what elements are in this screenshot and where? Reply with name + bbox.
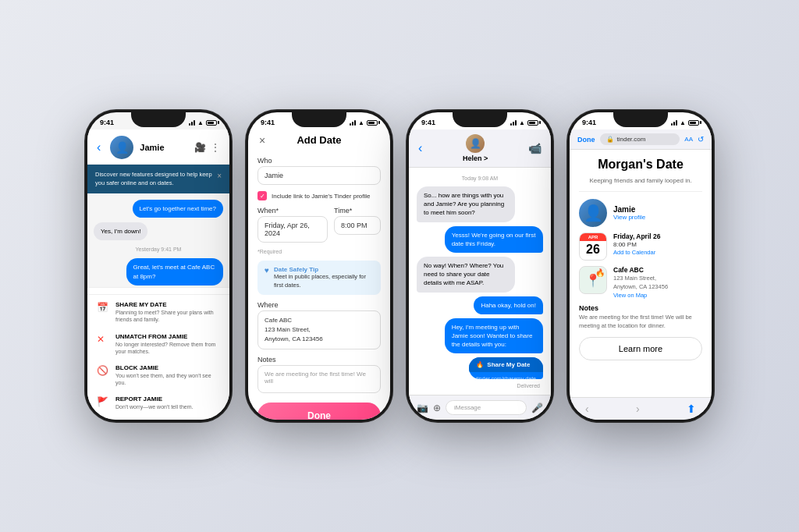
time-3: 9:41 xyxy=(421,119,435,126)
msg-bubble: Let's go together next time? xyxy=(133,200,223,218)
refresh-icon[interactable]: ↺ xyxy=(698,135,704,144)
url-text: tinder.com xyxy=(617,136,646,143)
view-profile-link[interactable]: View profile xyxy=(613,214,645,221)
aa-button[interactable]: AA xyxy=(684,136,693,143)
report-menu-item[interactable]: 🚩 REPORT JAMIE Don't worry—we won't tell… xyxy=(87,391,229,415)
when-input[interactable]: Friday, Apr 26, 2024 xyxy=(257,216,328,243)
contact-name[interactable]: Helen > xyxy=(463,154,488,162)
imessage-input[interactable]: iMessage xyxy=(446,400,527,415)
action-menu: 📅 SHARE MY DATE Planning to meet? Share … xyxy=(87,287,229,420)
date-time: 8:00 PM xyxy=(613,241,660,248)
phone-2-add-date: 9:41 ▲ × Add Date Who Jamie ✓ Includ xyxy=(246,110,392,422)
block-title: BLOCK JAMIE xyxy=(115,364,220,371)
date-time-row: When* Friday, Apr 26, 2024 Time* 8:00 PM xyxy=(257,207,381,243)
msg-bubble: Hey, I'm meeting up with Jamie soon! Wan… xyxy=(445,318,543,354)
phone-notch xyxy=(292,110,346,127)
share-card-tinder-icon: 🔥 xyxy=(476,361,484,368)
learn-more-button[interactable]: Learn more xyxy=(579,337,702,360)
divider xyxy=(579,191,702,192)
notes-input[interactable]: We are meeting for the first time! We wi… xyxy=(257,365,381,393)
avatar-silhouette: 👤 xyxy=(466,134,485,153)
share-date-menu-item[interactable]: 📅 SHARE MY DATE Planning to meet? Share … xyxy=(87,296,229,328)
checkbox-icon[interactable]: ✓ xyxy=(257,191,267,200)
date-detail: Friday, April 26 xyxy=(613,232,660,240)
forward-nav-icon[interactable]: › xyxy=(636,403,640,415)
share-icon[interactable]: ⬆ xyxy=(687,403,696,415)
report-title: REPORT JAMIE xyxy=(115,395,194,403)
mic-icon[interactable]: 🎤 xyxy=(531,403,543,413)
back-arrow-icon[interactable]: ‹ xyxy=(418,141,422,155)
phone-notch xyxy=(131,110,186,127)
banner-text: Discover new features designed to help k… xyxy=(95,171,212,187)
time-input[interactable]: 8:00 PM xyxy=(334,216,381,235)
battery-icon xyxy=(367,120,378,126)
camera-icon[interactable]: 📷 xyxy=(417,403,428,413)
back-arrow-icon[interactable]: ‹ xyxy=(97,140,101,154)
date-info: Friday, April 26 8:00 PM Add to Calendar xyxy=(613,232,660,256)
status-icons-3: ▲ xyxy=(510,119,538,126)
include-link-row[interactable]: ✓ Include link to Jamie's Tinder profile xyxy=(257,191,381,200)
when-label: When* xyxy=(257,207,328,215)
add-to-calendar-link[interactable]: Add to Calendar xyxy=(613,249,660,256)
msg-bubble: Great, let's meet at Cafe ABC at 8pm? xyxy=(126,258,224,285)
contact-avatar: 👤 xyxy=(466,134,485,153)
facetime-icon[interactable]: 📹 xyxy=(528,142,542,154)
banner-close-button[interactable]: × xyxy=(217,171,222,182)
calendar-month: APR xyxy=(580,233,606,241)
time-2: 9:41 xyxy=(261,119,275,126)
block-desc: You won't see them, and they won't see y… xyxy=(115,372,220,386)
msg-bubble: So... how are things with you and Jamie?… xyxy=(417,186,515,222)
required-note: *Required xyxy=(257,249,381,254)
url-bar[interactable]: 🔒 tinder.com xyxy=(600,133,680,145)
who-input[interactable]: Jamie xyxy=(257,166,381,185)
notes-section: Notes We are meeting for the first time!… xyxy=(579,304,702,330)
report-desc: Don't worry—we won't tell them. xyxy=(115,403,194,410)
signal-icon xyxy=(510,119,517,126)
info-banner: Discover new features designed to help k… xyxy=(87,165,229,193)
done-button[interactable]: Done xyxy=(577,136,595,144)
more-icon[interactable]: ⋮ xyxy=(211,142,220,153)
wifi-icon: ▲ xyxy=(519,119,525,126)
page-subtitle: Keeping friends and family looped in. xyxy=(579,177,702,184)
who-field-group: Who Jamie xyxy=(257,157,381,185)
contact-info: 👤 Helen > xyxy=(463,134,488,162)
unmatch-menu-item[interactable]: ✕ UNMATCH FROM JAMIE No longer intereste… xyxy=(87,328,229,360)
include-link-label: Include link to Jamie's Tinder profile xyxy=(272,193,370,200)
notes-label: Notes xyxy=(579,304,702,312)
phones-container: 9:41 ▲ ‹ 👤 Jamie 🎥 ⋮ Discove xyxy=(69,94,730,438)
tip-heart-icon: ♥ xyxy=(265,266,269,275)
share-card-body: tinder.com/sharemy date xyxy=(469,372,543,379)
when-field-group: When* Friday, Apr 26, 2024 xyxy=(257,207,328,243)
phone-4-web-view: 9:41 ▲ Done 🔒 tinder.com AA ↺ Morgan's D… xyxy=(567,110,714,422)
video-icon[interactable]: 🎥 xyxy=(194,142,206,153)
view-on-map-link[interactable]: View on Map xyxy=(613,292,668,299)
battery-icon xyxy=(206,120,217,126)
share-card-title: Share My Date xyxy=(487,361,530,368)
back-nav-icon[interactable]: ‹ xyxy=(585,403,589,415)
signal-icon xyxy=(350,119,356,126)
page-title: Morgan's Date xyxy=(579,158,702,172)
phone-notch xyxy=(453,110,507,127)
chat-area: Let's go together next time? Yes, I'm do… xyxy=(87,193,229,287)
date-row: APR 26 Friday, April 26 8:00 PM Add to C… xyxy=(579,232,702,261)
avatar-silhouette: 👤 xyxy=(584,204,603,222)
signal-icon xyxy=(671,119,677,126)
apps-icon[interactable]: ⊕ xyxy=(433,403,441,413)
status-icons-4: ▲ xyxy=(671,119,699,126)
close-button[interactable]: × xyxy=(259,134,265,147)
time-label: Time* xyxy=(334,207,381,215)
phone-3-imessage: 9:41 ▲ ‹ 👤 Helen > 📹 Today 9:08 xyxy=(407,110,553,422)
where-input[interactable]: Cafe ABC123 Main Street,Anytown, CA 1234… xyxy=(257,310,381,349)
delivered-status: Delivered xyxy=(417,383,543,388)
block-icon: 🚫 xyxy=(97,365,109,376)
done-button[interactable]: Done xyxy=(257,403,381,420)
block-menu-item[interactable]: 🚫 BLOCK JAMIE You won't see them, and th… xyxy=(87,360,229,391)
chat-header: ‹ 👤 Jamie 🎥 ⋮ xyxy=(87,129,229,165)
time-field-group: Time* 8:00 PM xyxy=(334,207,381,243)
share-date-title: SHARE MY DATE xyxy=(115,301,220,308)
msg-bubble: Yes, I'm down! xyxy=(94,222,147,240)
battery-icon xyxy=(527,120,538,126)
map-thumbnail: 📍 🔥 xyxy=(579,266,607,294)
avatar: 👤 xyxy=(110,136,133,159)
signal-icon xyxy=(189,119,195,126)
